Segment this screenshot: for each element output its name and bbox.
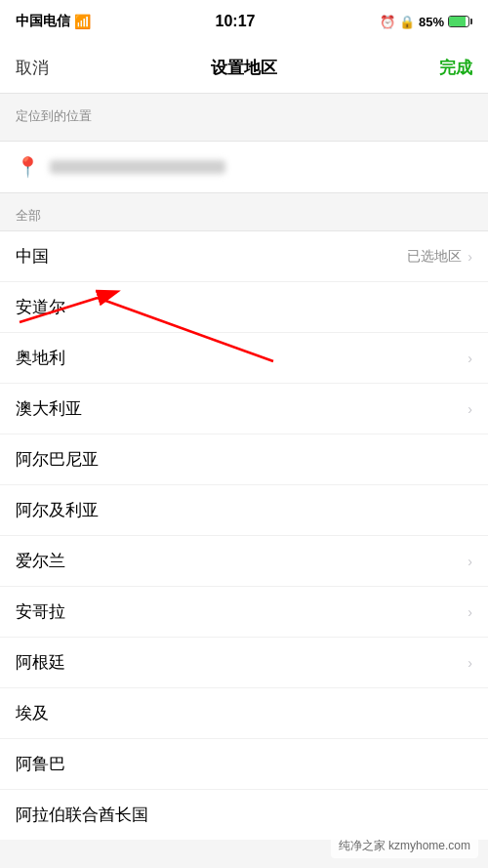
watermark: 纯净之家 kzmyhome.com: [331, 834, 478, 858]
country-right: ›: [468, 401, 472, 417]
wifi-icon: 📶: [74, 14, 91, 29]
list-item[interactable]: 阿尔及利亚: [0, 485, 488, 536]
list-item[interactable]: 爱尔兰›: [0, 536, 488, 587]
status-bar: 中国电信 📶 10:17 ⏰ 🔒 85%: [0, 0, 488, 43]
carrier-info: 中国电信 📶: [16, 13, 91, 30]
list-item[interactable]: 澳大利亚›: [0, 384, 488, 434]
country-name: 安道尔: [16, 296, 65, 318]
alarm-icon: ⏰: [380, 15, 395, 29]
country-right: ›: [468, 655, 472, 671]
system-icons: ⏰ 🔒 85%: [380, 15, 472, 29]
list-item[interactable]: 奥地利›: [0, 333, 488, 384]
location-item: 📍: [16, 142, 472, 192]
list-item[interactable]: 阿尔巴尼亚: [0, 434, 488, 485]
list-item[interactable]: 阿鲁巴: [0, 739, 488, 790]
chevron-right-icon: ›: [468, 351, 472, 366]
list-section-header: 全部: [0, 193, 488, 230]
country-right: ›: [468, 604, 472, 620]
country-name: 阿根廷: [16, 651, 65, 674]
location-pin-icon: 📍: [16, 155, 40, 179]
chevron-right-icon: ›: [468, 554, 472, 569]
country-list: 中国已选地区›安道尔奥地利›澳大利亚›阿尔巴尼亚阿尔及利亚爱尔兰›安哥拉›阿根廷…: [0, 230, 488, 840]
country-name: 澳大利亚: [16, 397, 82, 420]
chevron-right-icon: ›: [468, 604, 472, 620]
chevron-right-icon: ›: [468, 655, 472, 671]
list-item[interactable]: 安哥拉›: [0, 587, 488, 638]
nav-bar: 取消 设置地区 完成: [0, 43, 488, 94]
country-name: 阿鲁巴: [16, 753, 65, 775]
country-right: 已选地区›: [407, 248, 472, 266]
list-item[interactable]: 安道尔: [0, 282, 488, 333]
lock-icon: 🔒: [399, 15, 415, 29]
list-item[interactable]: 阿根廷›: [0, 638, 488, 688]
done-button[interactable]: 完成: [439, 57, 472, 79]
location-section: 📍: [0, 141, 488, 193]
location-text-blurred: [50, 160, 225, 174]
country-name: 奥地利: [16, 347, 65, 369]
country-name: 阿拉伯联合酋长国: [16, 804, 148, 826]
country-right: ›: [468, 351, 472, 366]
country-name: 埃及: [16, 702, 49, 724]
country-name: 阿尔巴尼亚: [16, 448, 99, 471]
cancel-button[interactable]: 取消: [16, 57, 49, 79]
time-display: 10:17: [216, 13, 256, 30]
chevron-right-icon: ›: [468, 401, 472, 417]
country-right: ›: [468, 554, 472, 569]
battery-percent: 85%: [419, 15, 444, 29]
location-section-header: 定位到的位置: [0, 94, 488, 131]
selected-label: 已选地区: [407, 248, 462, 266]
list-item[interactable]: 埃及: [0, 688, 488, 739]
chevron-right-icon: ›: [468, 249, 472, 265]
country-name: 阿尔及利亚: [16, 499, 99, 521]
carrier-name: 中国电信: [16, 13, 70, 30]
country-name: 中国: [16, 245, 49, 268]
country-name: 爱尔兰: [16, 550, 65, 572]
country-name: 安哥拉: [16, 600, 65, 623]
list-item[interactable]: 中国已选地区›: [0, 231, 488, 282]
battery-icon: [448, 16, 472, 27]
page-title: 设置地区: [211, 57, 277, 79]
list-item[interactable]: 阿拉伯联合酋长国: [0, 790, 488, 840]
